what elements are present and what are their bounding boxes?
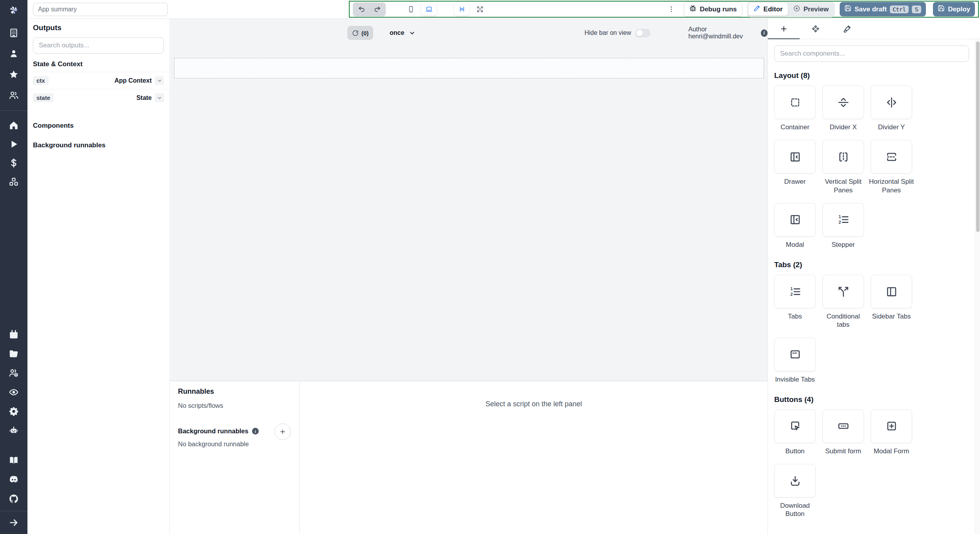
search-components-input[interactable] xyxy=(774,45,969,62)
split-horizontal-icon xyxy=(886,151,898,163)
gear-icon[interactable] xyxy=(9,406,19,416)
chevron-down-icon[interactable] xyxy=(155,93,164,102)
save-draft-button[interactable]: Save draft Ctrl S xyxy=(840,2,926,16)
maximize-button[interactable] xyxy=(472,3,488,16)
device-toggle-group xyxy=(403,3,437,16)
folder-icon[interactable] xyxy=(9,349,19,359)
play-icon[interactable] xyxy=(9,139,19,149)
refresh-icon xyxy=(352,30,359,36)
search-outputs-input[interactable] xyxy=(33,37,164,54)
kebab-menu-button[interactable] xyxy=(663,3,679,16)
runnables-panel: Runnables No scripts/flows Background ru… xyxy=(170,381,768,534)
editor-label: Editor xyxy=(764,5,783,13)
output-row-ctx[interactable]: ctx App Context xyxy=(27,72,169,89)
scrollbar-thumb[interactable] xyxy=(976,42,980,232)
component-item-modal[interactable]: Modal xyxy=(774,203,816,249)
dollar-icon[interactable] xyxy=(9,158,19,168)
editor-tab[interactable]: Editor xyxy=(748,3,788,16)
component-item-divider-x[interactable]: Divider X xyxy=(822,85,864,131)
shortcut-s-key: S xyxy=(912,5,921,13)
component-item-tabs[interactable]: 12 Tabs xyxy=(774,275,816,329)
debug-runs-button[interactable]: Debug runs xyxy=(684,2,742,17)
window-dashed-icon xyxy=(789,348,801,360)
desktop-view-button[interactable] xyxy=(421,3,437,16)
shortcut-ctrl-key: Ctrl xyxy=(890,5,909,13)
bug-icon xyxy=(689,5,697,14)
top-bar: Debug runs Editor Preview Save draft Ctr… xyxy=(27,0,980,19)
robot-icon[interactable] xyxy=(9,425,19,436)
components-scrollbar[interactable] xyxy=(975,39,980,534)
deploy-button[interactable]: Deploy xyxy=(933,2,975,16)
empty-grid-drop-zone[interactable] xyxy=(174,58,764,78)
chevron-down-icon[interactable] xyxy=(155,76,164,85)
separator-vertical-icon xyxy=(886,96,898,109)
no-scripts-text: No scripts/flows xyxy=(178,402,292,409)
tab-theme[interactable] xyxy=(831,19,863,39)
save-icon xyxy=(938,5,945,14)
hide-bar-toggle[interactable] xyxy=(635,29,650,37)
info-icon[interactable]: i xyxy=(761,29,768,37)
outputs-title: Outputs xyxy=(33,24,164,32)
component-item-divider-y[interactable]: Divider Y xyxy=(871,85,912,131)
add-background-runnable-button[interactable] xyxy=(274,424,291,440)
mouse-pointer-square-icon xyxy=(789,420,801,432)
discord-icon[interactable] xyxy=(9,474,19,485)
layout-components-grid: Container Divider X Divider Y Drawer Ver… xyxy=(774,85,973,249)
app-summary-input[interactable] xyxy=(33,3,168,16)
component-item-drawer[interactable]: Drawer xyxy=(774,140,816,194)
component-item-button[interactable]: Button xyxy=(774,409,816,455)
windmill-logo[interactable] xyxy=(8,4,20,16)
info-icon[interactable]: i xyxy=(252,428,259,434)
component-item-sidebar-tabs[interactable]: Sidebar Tabs xyxy=(871,275,912,329)
calendar-icon[interactable] xyxy=(9,329,19,340)
refresh-mode-dropdown[interactable]: once xyxy=(390,26,416,40)
runnable-detail-area: Select a script on the left panel xyxy=(300,381,768,534)
resources-cubes-icon[interactable] xyxy=(9,177,19,187)
panel-left-close-icon xyxy=(789,214,801,226)
component-item-container[interactable]: Container xyxy=(774,85,816,131)
output-key-badge: state xyxy=(33,93,54,102)
output-value: State xyxy=(136,94,152,101)
component-item-invisible-tabs[interactable]: Invisible Tabs xyxy=(774,338,816,384)
hide-bar-control: Hide bar on view xyxy=(584,26,650,40)
svg-text:1: 1 xyxy=(838,214,841,219)
tab-insert-component[interactable] xyxy=(768,19,800,39)
canvas-options-group xyxy=(454,3,488,16)
refresh-count-button[interactable]: (0) xyxy=(347,26,373,40)
github-icon[interactable] xyxy=(9,494,19,504)
users-icon[interactable] xyxy=(9,90,19,100)
svg-text:1: 1 xyxy=(790,286,793,291)
output-row-state[interactable]: state State xyxy=(27,89,169,106)
component-item-vertical-split-panes[interactable]: Vertical Split Panes xyxy=(822,140,864,194)
component-item-modal-form[interactable]: Modal Form xyxy=(871,409,912,455)
users-gear-icon[interactable] xyxy=(9,368,19,378)
star-icon[interactable] xyxy=(9,69,19,80)
app-canvas[interactable]: (0) once Hide bar on view Author henri@w… xyxy=(170,19,768,381)
eye-icon xyxy=(793,5,800,14)
component-item-horizontal-split-panes[interactable]: Horizontal Split Panes xyxy=(871,140,912,194)
component-item-stepper[interactable]: 12 Stepper xyxy=(822,203,864,249)
debug-runs-label: Debug runs xyxy=(700,5,737,13)
deploy-label: Deploy xyxy=(948,5,970,13)
eye-audit-icon[interactable] xyxy=(9,387,19,397)
components-section-title: Components xyxy=(33,122,164,130)
collapse-arrow-icon[interactable] xyxy=(9,518,19,528)
component-item-download-button[interactable]: Download Button xyxy=(774,464,816,518)
undo-button[interactable] xyxy=(354,3,369,16)
component-item-submit-form[interactable]: Submit form xyxy=(822,409,864,455)
user-icon[interactable] xyxy=(9,49,19,59)
buttons-components-grid: Button Submit form Modal Form Download B… xyxy=(774,409,973,518)
tab-settings-component[interactable] xyxy=(800,19,831,39)
section-title-tabs: Tabs (2) xyxy=(774,261,973,269)
preview-tab[interactable]: Preview xyxy=(788,3,834,16)
components-panel-tabs xyxy=(768,19,980,39)
mobile-view-button[interactable] xyxy=(403,3,419,16)
component-item-conditional-tabs[interactable]: Conditional tabs xyxy=(822,275,864,329)
canvas-controls-bar: (0) once Hide bar on view Author henri@w… xyxy=(170,19,768,47)
align-zero-button[interactable] xyxy=(454,3,470,16)
building-icon[interactable] xyxy=(9,28,19,38)
home-icon[interactable] xyxy=(9,120,19,130)
redo-button[interactable] xyxy=(369,3,385,16)
book-icon[interactable] xyxy=(9,455,19,465)
svg-text:2: 2 xyxy=(838,220,841,224)
